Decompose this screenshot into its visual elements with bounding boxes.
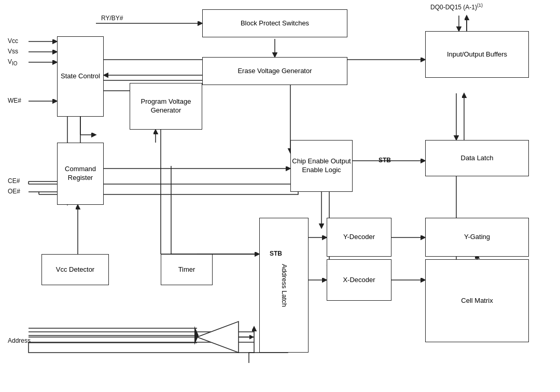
vcc-detector: Vcc Detector (41, 254, 109, 285)
chip-enable-output-enable-logic: Chip Enable Output Enable Logic (290, 140, 353, 192)
vcc-label: Vcc (8, 37, 18, 45)
vss-label: Vss (8, 48, 18, 55)
command-register: Command Register (57, 143, 104, 205)
ce-label: CE# (8, 177, 20, 185)
erase-voltage-generator: Erase Voltage Generator (202, 57, 347, 85)
y-decoder: Y-Decoder (327, 218, 391, 257)
ry-by-label: RY/BY# (101, 15, 123, 22)
state-control: State Control (57, 36, 104, 117)
stb2-label: STB (270, 250, 282, 257)
we-label: WE# (8, 97, 21, 104)
timer: Timer (161, 254, 213, 285)
program-voltage-generator: Program Voltage Generator (130, 83, 202, 130)
vio-label: VIO (8, 58, 18, 66)
address-latch: Address Latch (259, 218, 309, 353)
oe-label: OE# (8, 188, 20, 195)
address-label: Address (8, 337, 31, 344)
block-protect-switches: Block Protect Switches (202, 9, 347, 37)
svg-marker-56 (194, 326, 199, 345)
x-decoder: X-Decoder (327, 259, 391, 301)
input-output-buffers: Input/Output Buffers (425, 31, 529, 78)
dq-label: DQ0-DQ15 (A-1)(1) (430, 3, 483, 11)
stb1-label: STB (379, 157, 391, 164)
y-gating: Y-Gating (425, 218, 529, 257)
data-latch: Data Latch (425, 140, 529, 176)
cell-matrix: Cell Matrix (425, 259, 529, 342)
